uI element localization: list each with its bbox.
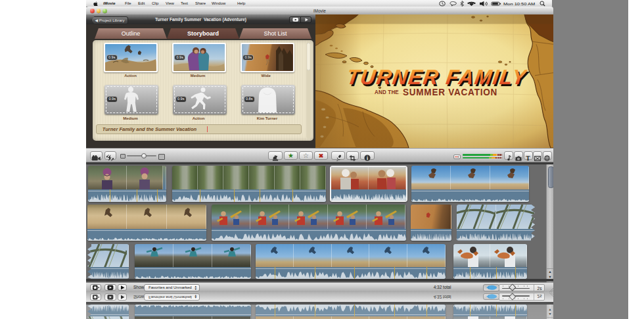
svg-text:Mon 10:50 AM: Mon 10:50 AM	[503, 1, 536, 5]
svg-text:SUMMER VACATION: SUMMER VACATION	[403, 87, 497, 97]
svg-text:AND THE: AND THE	[375, 89, 399, 95]
svg-text:T: T	[526, 155, 530, 161]
svg-text:i: i	[367, 155, 368, 160]
